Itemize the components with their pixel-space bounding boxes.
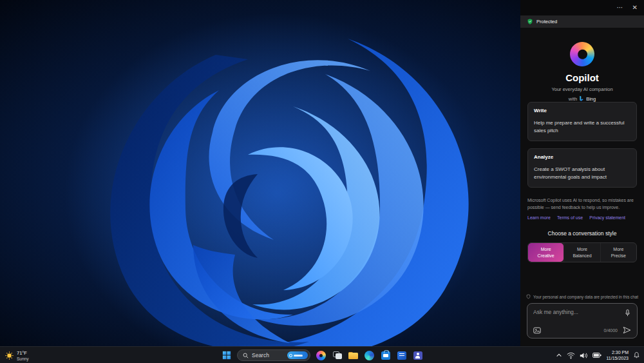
suggestion-card-analyze[interactable]: Analyze Create a SWOT analysis about env… [527, 148, 637, 188]
style-more-balanced[interactable]: More Balanced [564, 243, 600, 262]
notifications-bell-icon[interactable] [633, 351, 640, 359]
clock-time: 2:30 PM [606, 349, 629, 355]
ai-disclaimer: Microsoft Copilot uses AI to respond, so… [527, 197, 637, 211]
taskbar-clock[interactable]: 2:30 PM 11/15/2023 [606, 349, 629, 361]
style-more-precise[interactable]: More Precise [600, 243, 636, 262]
style-more-creative[interactable]: More Creative [528, 243, 564, 262]
conversation-style-title: Choose a conversation style [520, 230, 644, 237]
shield-icon [527, 18, 533, 25]
screenshot-icon[interactable] [533, 327, 541, 334]
search-highlight-badge [287, 351, 308, 359]
taskbar: 71°F Sunny [0, 346, 644, 363]
legal-links: Learn more Terms of use Privacy statemen… [527, 215, 637, 220]
bing-icon [579, 95, 584, 102]
protected-label: Protected [536, 19, 557, 25]
chat-input-box[interactable]: 0/4000 [527, 303, 638, 338]
taskbar-copilot-icon[interactable] [316, 350, 327, 361]
card-body: Create a SWOT analysis about environment… [534, 166, 630, 181]
file-explorer-icon[interactable] [348, 350, 359, 361]
card-title: Analyze [534, 154, 630, 160]
search-icon [243, 353, 249, 358]
copilot-logo [567, 39, 598, 70]
taskbar-search[interactable]: Search [237, 349, 310, 361]
weather-temp: 71°F [17, 350, 28, 356]
card-title: Write [534, 108, 630, 113]
conversation-style-group: More Creative More Balanced More Precise [527, 242, 637, 262]
battery-icon[interactable] [592, 352, 601, 358]
hidden-icons-chevron[interactable] [556, 353, 562, 358]
store-icon[interactable] [380, 350, 391, 361]
chat-input[interactable] [533, 309, 620, 315]
weather-condition: Sunny [17, 357, 28, 361]
copilot-tagline: Your everyday AI companion [520, 86, 644, 92]
microphone-icon[interactable] [624, 309, 631, 317]
learn-more-link[interactable]: Learn more [527, 215, 551, 220]
screen: ⋯ ✕ Protected Copilot Your everyday AI c… [0, 0, 644, 363]
copilot-sidebar: ⋯ ✕ Protected Copilot Your everyday AI c… [520, 0, 644, 346]
teams-icon[interactable] [412, 350, 423, 361]
volume-icon[interactable] [580, 352, 588, 359]
close-icon[interactable]: ✕ [632, 5, 638, 11]
terms-of-use-link[interactable]: Terms of use [557, 215, 583, 220]
char-counter: 0/4000 [604, 328, 618, 333]
clock-date: 11/15/2023 [606, 355, 629, 361]
send-icon[interactable] [623, 326, 631, 334]
card-body: Help me prepare and write a successful s… [534, 119, 630, 134]
start-button[interactable] [221, 350, 232, 361]
shield-outline-icon [526, 294, 531, 299]
with-label: with [569, 96, 577, 102]
search-label: Search [252, 352, 284, 358]
data-protection-note: Your personal and company data are prote… [520, 294, 644, 299]
edge-icon[interactable] [364, 350, 375, 361]
bing-label: Bing [586, 96, 596, 102]
privacy-statement-link[interactable]: Privacy statement [589, 215, 625, 220]
copilot-titlebar: ⋯ ✕ [520, 0, 644, 15]
suggestion-card-write[interactable]: Write Help me prepare and write a succes… [527, 102, 637, 141]
sunny-icon [5, 351, 14, 360]
wifi-icon[interactable] [567, 352, 575, 359]
copilot-title: Copilot [520, 72, 644, 83]
protected-banner: Protected [520, 15, 644, 28]
more-options-icon[interactable]: ⋯ [617, 5, 623, 11]
word-icon[interactable] [396, 350, 407, 361]
with-bing-row: with Bing [520, 95, 644, 102]
weather-widget[interactable]: 71°F Sunny [5, 347, 28, 363]
task-view-icon[interactable] [332, 350, 343, 361]
